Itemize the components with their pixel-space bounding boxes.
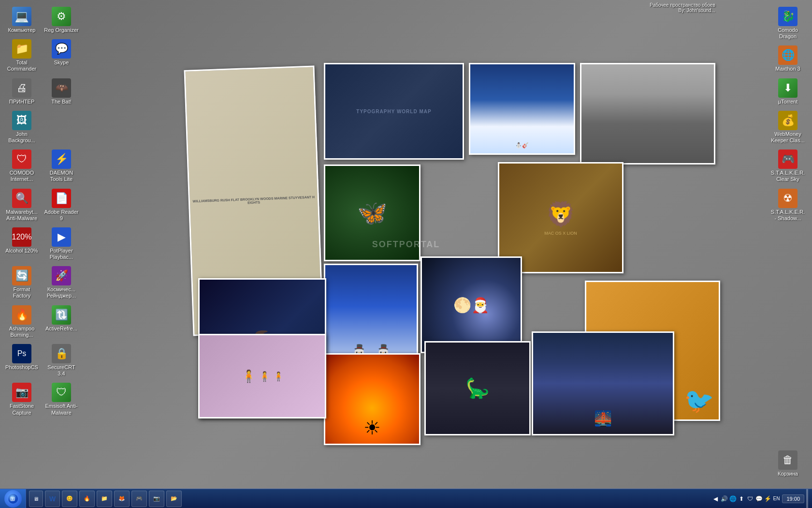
tray-keyboard-icon[interactable]: EN — [772, 495, 780, 503]
icon-faststone[interactable]: 📷 FastStone Capture — [2, 381, 41, 418]
start-orb: ⊞ — [4, 490, 22, 508]
total-commander-icon-img: 📁 — [12, 39, 31, 59]
format-factory-icon-img: 🔄 — [12, 266, 31, 285]
icon-adobe-reader[interactable]: 📄 Adobe Reader 9 — [42, 187, 81, 224]
icon-alcohol[interactable]: 120% Alcohol 120% — [2, 225, 41, 262]
wallpaper-rocky-coast[interactable] — [580, 63, 715, 164]
icon-total-commander[interactable]: 📁 Total Commander — [2, 37, 41, 74]
right-icon-column: 🐉 Comodo Dragon 🌐 Maxthon 3 ⬇ µTorrent 💰… — [768, 5, 807, 224]
tray-chat-icon[interactable]: 💬 — [755, 495, 763, 503]
icon-active-refresh[interactable]: 🔃 ActiveRefre... — [42, 303, 81, 340]
icon-photoshop[interactable]: Ps PhotoshopCS — [2, 342, 41, 379]
icon-label-recycle-bin: Корзина — [778, 471, 798, 477]
john-background-icon-img: 🖼 — [12, 111, 31, 130]
icon-label-active-refresh: ActiveRefre... — [45, 326, 77, 332]
icon-label-computer: Компьютер — [8, 27, 36, 33]
icon-label-faststone: FastStone Capture — [4, 403, 39, 416]
desktop: Рабочее пространство обоев By: John'soun… — [0, 0, 812, 508]
skype-icon-img: 💬 — [52, 39, 71, 59]
icon-label-malwarebytes: Malwarebyt... Anti-Malware — [4, 209, 39, 222]
tray-network-icon[interactable]: 🌐 — [729, 495, 737, 503]
stalker-clear-sky-icon-img: 🎮 — [778, 149, 798, 169]
left-icon-column: 💻 Компьютер ⚙ Reg Organizer 📁 Total Comm… — [2, 5, 81, 418]
malwarebytes-icon-img: 🔍 — [12, 189, 31, 208]
wallpaper-santa-moon[interactable]: 🌕🎅 — [420, 256, 522, 353]
icon-label-reg-organizer: Reg Organizer — [44, 27, 79, 33]
recycle-bin-icon[interactable]: 🗑 Корзина — [768, 448, 807, 479]
wallpaper-snowmen[interactable]: ⛄🎸 — [469, 63, 575, 155]
reg-organizer-icon-img: ⚙ — [52, 7, 71, 26]
icon-format-factory[interactable]: 🔄 Format Factory — [2, 264, 41, 301]
taskbar-game[interactable]: 🎮 — [131, 491, 147, 507]
icon-label-john-background: John Backgrou... — [4, 131, 39, 144]
tray-upload-icon[interactable]: ⬆ — [738, 495, 745, 503]
clock[interactable]: 19:00 — [782, 494, 804, 503]
icon-skype[interactable]: 💬 Skype — [42, 37, 81, 74]
taskbar-camera[interactable]: 📷 — [149, 491, 164, 507]
wallpaper-butterfly[interactable]: 🦋 — [324, 164, 420, 261]
taskbar-smiley[interactable]: 😊 — [62, 491, 77, 507]
printer-icon-img: 🖨 — [12, 78, 31, 98]
icon-label-skype: Skype — [54, 60, 69, 66]
show-desktop-icon: 🖥 — [33, 496, 39, 502]
icon-cosmo-ranger[interactable]: 🚀 Космичес... Рейнджер... — [42, 264, 81, 301]
fire-icon: 🔥 — [84, 495, 90, 502]
icon-utorrent[interactable]: ⬇ µTorrent — [768, 76, 807, 107]
icon-computer[interactable]: 💻 Компьютер — [2, 5, 41, 35]
icon-label-total-commander: Total Commander — [4, 60, 39, 72]
tray-sound-icon[interactable]: 🔊 — [720, 495, 728, 503]
comodo-dragon-icon-img: 🐉 — [778, 7, 798, 26]
taskbar-show-desktop[interactable]: 🖥 — [29, 491, 43, 507]
icon-stalker-shadow[interactable]: ☢ S.T.A.L.K.E.R. - Shadow... — [768, 187, 807, 224]
icon-label-utorrent: µTorrent — [778, 99, 798, 105]
icon-daemon-tools[interactable]: ⚡ DAEMON Tools Lite — [42, 148, 81, 184]
taskbar-firefox[interactable]: 🦊 — [114, 491, 130, 507]
wallpaper-sun[interactable]: ☀ — [324, 353, 420, 445]
taskbar-arrow[interactable]: 📂 — [166, 491, 182, 507]
icon-printer[interactable]: 🖨 ПРИНТЕР — [2, 76, 41, 107]
wallpaper-stickfigures[interactable]: 🧍🧍🧍 — [198, 334, 326, 418]
icon-label-potplayer: PotPlayer Playbac... — [44, 248, 79, 260]
icon-potplayer[interactable]: ▶ PotPlayer Playbac... — [42, 225, 81, 262]
taskbar-fire[interactable]: 🔥 — [79, 491, 95, 507]
utorrent-icon-img: ⬇ — [778, 78, 798, 98]
icon-label-ashampoo: Ashampoo Burning... — [4, 326, 39, 338]
icon-comodo-dragon[interactable]: 🐉 Comodo Dragon — [768, 5, 807, 42]
tray-icons: ◀ 🔊 🌐 ⬆ 🛡 💬 ⚡ EN — [711, 495, 780, 503]
icon-label-photoshop: PhotoshopCS — [5, 364, 38, 371]
icon-emsisoft[interactable]: 🛡 Emsisoft Anti-Malware — [42, 381, 81, 418]
photoshop-icon-img: Ps — [12, 344, 31, 363]
tray-shield-icon[interactable]: 🛡 — [746, 495, 754, 503]
taskbar-word[interactable]: W — [45, 491, 60, 507]
potplayer-icon-img: ▶ — [52, 227, 71, 247]
icon-label-adobe-reader: Adobe Reader 9 — [44, 209, 79, 222]
icon-the-bat[interactable]: 🦇 The Bat! — [42, 76, 81, 107]
show-desktop-strip[interactable] — [806, 489, 808, 508]
icon-stalker-clear-sky[interactable]: 🎮 S.T.A.L.K.E.R. Clear Sky — [768, 148, 807, 184]
tray-power-icon[interactable]: ⚡ — [764, 495, 771, 503]
start-button[interactable]: ⊞ — [0, 489, 26, 508]
taskbar-folder[interactable]: 📁 — [97, 491, 112, 507]
icon-webmoney[interactable]: 💰 WebMoney Keeper Clas... — [768, 109, 807, 146]
stalker-shadow-icon-img: ☢ — [778, 189, 798, 208]
system-tray: ◀ 🔊 🌐 ⬆ 🛡 💬 ⚡ EN 19:00 — [708, 489, 812, 508]
folder-icon: 📁 — [101, 495, 108, 502]
icon-label-printer: ПРИНТЕР — [9, 99, 35, 105]
icon-reg-organizer[interactable]: ⚙ Reg Organizer — [42, 5, 81, 35]
wallpaper-bridge[interactable]: 🌉 — [532, 331, 674, 435]
icon-label-the-bat: The Bat! — [51, 99, 72, 105]
wallpaper-world-map[interactable]: TYPOGRAPHY WORLD MAP — [324, 63, 464, 160]
icon-securecrt[interactable]: 🔒 SecureCRT 3.4 — [42, 342, 81, 379]
tray-arrow-icon[interactable]: ◀ — [711, 495, 719, 503]
icon-maxthon3[interactable]: 🌐 Maxthon 3 — [768, 44, 807, 74]
webmoney-icon-img: 💰 — [778, 111, 798, 130]
icon-label-securecrt: SecureCRT 3.4 — [44, 364, 79, 377]
icon-john-background[interactable]: 🖼 John Backgrou... — [2, 109, 41, 146]
icon-malwarebytes[interactable]: 🔍 Malwarebyt... Anti-Malware — [2, 187, 41, 224]
faststone-icon-img: 📷 — [12, 383, 31, 402]
wallpaper-dino[interactable]: 🦕 — [424, 341, 531, 435]
wallpaper-collage: SOFTPORTAL WILLIAMSBURG RUSH FLAT BROOKL… — [77, 0, 735, 489]
icon-label-comodo-internet: COMODO Internet... — [4, 170, 39, 182]
icon-ashampoo[interactable]: 🔥 Ashampoo Burning... — [2, 303, 41, 340]
icon-comodo-internet[interactable]: 🛡 COMODO Internet... — [2, 148, 41, 184]
